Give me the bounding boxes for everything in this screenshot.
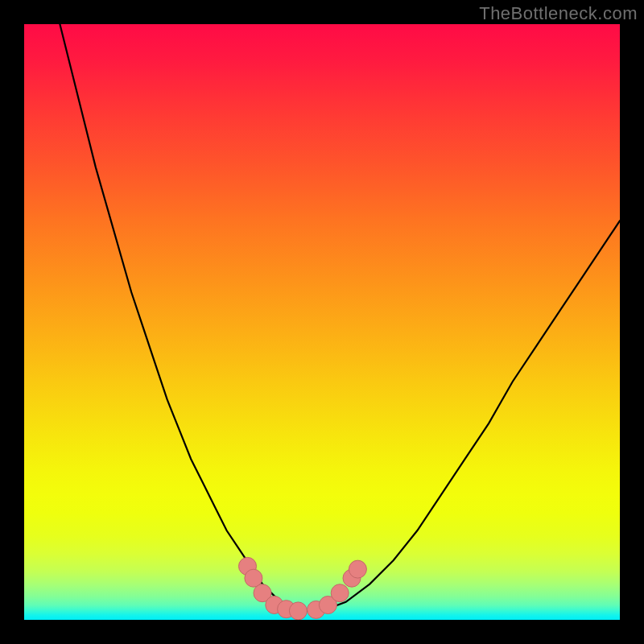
bottleneck-curve bbox=[60, 24, 620, 611]
watermark-text: TheBottleneck.com bbox=[479, 3, 638, 24]
marker-group bbox=[239, 557, 367, 620]
chart-svg bbox=[24, 24, 620, 620]
curve-marker bbox=[289, 602, 307, 620]
curve-marker bbox=[331, 584, 349, 602]
chart-frame: TheBottleneck.com bbox=[0, 0, 644, 644]
curve-marker bbox=[349, 560, 366, 578]
